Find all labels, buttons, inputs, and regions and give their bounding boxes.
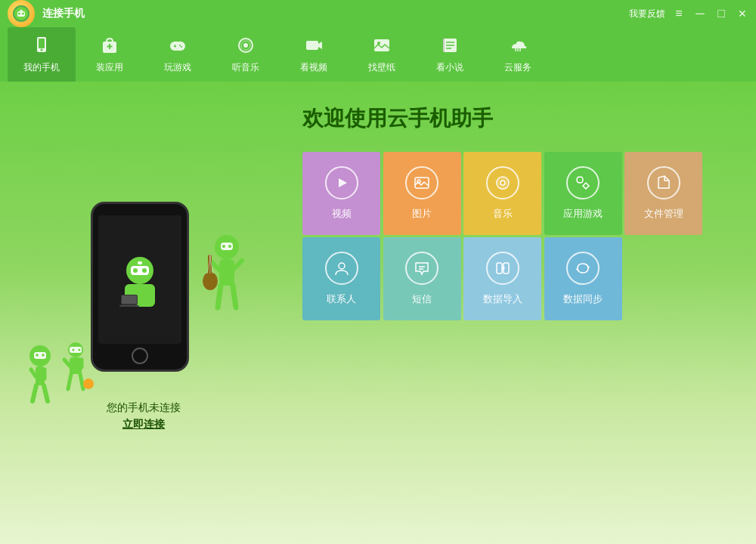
svg-marker-69 <box>339 178 347 187</box>
svg-point-62 <box>79 349 81 351</box>
svg-rect-19 <box>306 41 318 50</box>
maximize-button[interactable]: □ <box>714 7 729 20</box>
tab-play-games[interactable]: 玩游戏 <box>144 27 212 82</box>
svg-rect-35 <box>119 305 139 307</box>
sms-icon <box>405 252 438 285</box>
photo-label: 图片 <box>412 207 432 221</box>
robot-logo-icon <box>14 6 29 21</box>
phone-status-text: 您的手机未连接 <box>107 398 181 417</box>
contacts-icon <box>325 252 358 285</box>
close-button[interactable]: ✕ <box>735 8 750 20</box>
robot-character-guitarist <box>197 232 257 341</box>
main-content: 您的手机未连接 立即连接 欢迎使用云手机助手 视频 <box>0 82 756 544</box>
feature-tile-video[interactable]: 视频 <box>302 152 380 235</box>
menu-button[interactable]: ≡ <box>671 7 686 20</box>
feature-tile-data-sync[interactable]: 数据同步 <box>544 237 622 320</box>
svg-line-66 <box>68 374 71 389</box>
data-sync-icon <box>566 252 600 285</box>
right-panel: 欢迎使用云手机助手 视频 <box>287 82 756 544</box>
phone-screen-robot <box>117 249 163 310</box>
logo-inner <box>13 5 29 22</box>
tab-cloud-service-label: 云服务 <box>504 61 531 74</box>
sms-label: 短信 <box>412 292 432 306</box>
cloud-nav-icon <box>508 36 528 55</box>
install-app-icon <box>100 36 119 58</box>
tab-listen-music-label: 听音乐 <box>232 61 259 74</box>
tab-read-novel[interactable]: 看小说 <box>416 27 484 82</box>
svg-line-44 <box>233 286 236 308</box>
svg-point-68 <box>83 379 94 389</box>
window-controls: ↓ ≡ ─ □ ✕ <box>650 0 750 27</box>
tab-my-phone-label: 我的手机 <box>23 61 60 74</box>
listen-music-icon <box>236 36 256 58</box>
svg-point-74 <box>498 179 507 187</box>
video-nav-icon <box>304 36 324 55</box>
welcome-title: 欢迎使用云手机助手 <box>302 104 733 133</box>
file-icon <box>647 166 680 199</box>
apps-games-label: 应用游戏 <box>563 207 603 221</box>
music-icon <box>486 166 519 199</box>
photo-nav-icon <box>372 36 392 55</box>
svg-point-29 <box>133 268 138 273</box>
tab-install-app[interactable]: 装应用 <box>76 27 144 82</box>
feature-tile-sms[interactable]: 短信 <box>383 237 461 320</box>
svg-rect-4 <box>20 10 23 11</box>
tab-listen-music[interactable]: 听音乐 <box>212 27 280 82</box>
svg-point-53 <box>42 354 45 357</box>
titlebar: 连接手机 我要反馈 ↓ ≡ ─ □ ✕ <box>0 0 756 27</box>
data-import-icon <box>486 252 519 285</box>
svg-rect-23 <box>443 39 445 52</box>
feature-tile-data-import[interactable]: 数据导入 <box>463 237 541 320</box>
svg-point-75 <box>339 263 345 269</box>
app-logo <box>8 0 35 27</box>
tab-find-wallpaper-label: 找壁纸 <box>368 61 395 74</box>
find-wallpaper-icon <box>372 36 392 58</box>
svg-line-64 <box>64 360 70 366</box>
data-import-label: 数据导入 <box>483 292 522 306</box>
data-sync-label: 数据同步 <box>563 292 603 306</box>
tab-watch-video[interactable]: 看视频 <box>280 27 348 82</box>
bag-nav-icon <box>100 36 119 55</box>
connect-action-link[interactable]: 立即连接 <box>107 418 181 431</box>
svg-line-55 <box>31 369 36 376</box>
feature-tile-photo[interactable]: 图片 <box>383 152 461 235</box>
phone-nav-icon <box>32 36 51 55</box>
svg-rect-78 <box>497 263 502 274</box>
tab-install-app-label: 装应用 <box>96 61 123 74</box>
my-phone-icon <box>32 36 51 58</box>
svg-rect-31 <box>138 261 142 264</box>
feature-tile-music[interactable]: 音乐 <box>463 152 541 235</box>
robot-character-small <box>26 335 94 413</box>
navbar: 我的手机 装应用 <box>0 27 756 82</box>
tab-my-phone[interactable]: 我的手机 <box>8 27 76 82</box>
contacts-label: 联系人 <box>327 292 356 306</box>
svg-rect-11 <box>170 42 185 51</box>
svg-point-14 <box>179 45 181 46</box>
svg-line-67 <box>80 374 83 389</box>
music-nav-icon <box>236 36 256 55</box>
svg-point-39 <box>228 245 231 248</box>
feature-tile-contacts[interactable]: 联系人 <box>302 237 380 320</box>
svg-point-38 <box>222 245 225 248</box>
app-title: 连接手机 <box>42 7 85 20</box>
svg-point-52 <box>36 354 39 357</box>
tab-find-wallpaper[interactable]: 找壁纸 <box>348 27 416 82</box>
svg-line-57 <box>33 385 36 401</box>
tab-play-games-label: 玩游戏 <box>164 61 191 74</box>
play-games-icon <box>168 36 187 58</box>
feature-tile-file[interactable]: 文件管理 <box>624 152 702 235</box>
download-button[interactable]: ↓ <box>650 7 665 20</box>
watch-video-icon <box>304 36 324 58</box>
music-label: 音乐 <box>493 207 513 221</box>
tab-cloud-service[interactable]: 云服务 <box>484 27 552 82</box>
svg-point-2 <box>18 13 20 15</box>
file-label: 文件管理 <box>644 207 683 221</box>
features-grid: 视频 图片 <box>302 152 703 320</box>
svg-point-15 <box>181 46 182 48</box>
photo-icon <box>405 166 438 199</box>
svg-point-17 <box>243 43 248 48</box>
apps-games-icon <box>566 166 600 199</box>
feature-tile-apps-games[interactable]: 应用游戏 <box>544 152 622 235</box>
left-panel: 您的手机未连接 立即连接 <box>0 82 287 544</box>
minimize-button[interactable]: ─ <box>692 7 708 20</box>
